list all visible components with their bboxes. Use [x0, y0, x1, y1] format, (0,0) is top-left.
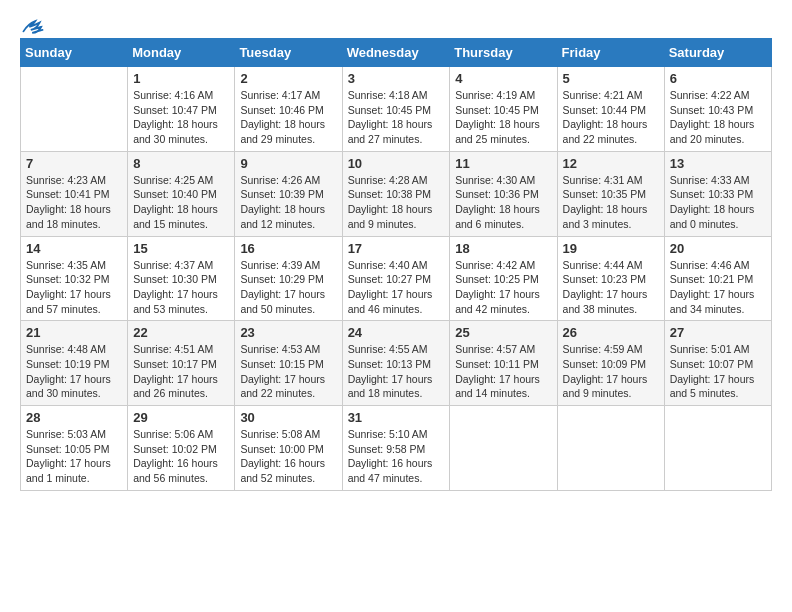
day-number: 9 — [240, 156, 336, 171]
calendar-cell: 11Sunrise: 4:30 AMSunset: 10:36 PMDaylig… — [450, 151, 557, 236]
day-number: 2 — [240, 71, 336, 86]
day-info: Sunrise: 4:31 AMSunset: 10:35 PMDaylight… — [563, 173, 659, 232]
calendar-cell: 30Sunrise: 5:08 AMSunset: 10:00 PMDaylig… — [235, 406, 342, 491]
day-number: 23 — [240, 325, 336, 340]
day-number: 17 — [348, 241, 445, 256]
day-info: Sunrise: 4:19 AMSunset: 10:45 PMDaylight… — [455, 88, 551, 147]
calendar-cell: 29Sunrise: 5:06 AMSunset: 10:02 PMDaylig… — [128, 406, 235, 491]
header-tuesday: Tuesday — [235, 39, 342, 67]
day-number: 19 — [563, 241, 659, 256]
day-info: Sunrise: 4:18 AMSunset: 10:45 PMDaylight… — [348, 88, 445, 147]
day-info: Sunrise: 4:23 AMSunset: 10:41 PMDaylight… — [26, 173, 122, 232]
calendar-cell: 17Sunrise: 4:40 AMSunset: 10:27 PMDaylig… — [342, 236, 450, 321]
day-info: Sunrise: 4:33 AMSunset: 10:33 PMDaylight… — [670, 173, 766, 232]
logo-bird-icon — [22, 18, 44, 36]
calendar-cell: 5Sunrise: 4:21 AMSunset: 10:44 PMDayligh… — [557, 67, 664, 152]
day-info: Sunrise: 4:26 AMSunset: 10:39 PMDaylight… — [240, 173, 336, 232]
week-row-2: 14Sunrise: 4:35 AMSunset: 10:32 PMDaylig… — [21, 236, 772, 321]
day-info: Sunrise: 5:10 AMSunset: 9:58 PMDaylight:… — [348, 427, 445, 486]
calendar-cell: 31Sunrise: 5:10 AMSunset: 9:58 PMDayligh… — [342, 406, 450, 491]
week-row-1: 7Sunrise: 4:23 AMSunset: 10:41 PMDayligh… — [21, 151, 772, 236]
calendar-header-row: SundayMondayTuesdayWednesdayThursdayFrid… — [21, 39, 772, 67]
day-info: Sunrise: 4:40 AMSunset: 10:27 PMDaylight… — [348, 258, 445, 317]
day-info: Sunrise: 4:21 AMSunset: 10:44 PMDaylight… — [563, 88, 659, 147]
day-number: 13 — [670, 156, 766, 171]
header — [20, 10, 772, 32]
calendar-cell: 15Sunrise: 4:37 AMSunset: 10:30 PMDaylig… — [128, 236, 235, 321]
day-number: 30 — [240, 410, 336, 425]
day-number: 22 — [133, 325, 229, 340]
day-info: Sunrise: 4:55 AMSunset: 10:13 PMDaylight… — [348, 342, 445, 401]
day-number: 8 — [133, 156, 229, 171]
day-number: 26 — [563, 325, 659, 340]
day-number: 28 — [26, 410, 122, 425]
day-number: 29 — [133, 410, 229, 425]
header-sunday: Sunday — [21, 39, 128, 67]
day-info: Sunrise: 4:30 AMSunset: 10:36 PMDaylight… — [455, 173, 551, 232]
day-info: Sunrise: 4:37 AMSunset: 10:30 PMDaylight… — [133, 258, 229, 317]
day-info: Sunrise: 4:28 AMSunset: 10:38 PMDaylight… — [348, 173, 445, 232]
day-info: Sunrise: 5:08 AMSunset: 10:00 PMDaylight… — [240, 427, 336, 486]
day-info: Sunrise: 4:16 AMSunset: 10:47 PMDaylight… — [133, 88, 229, 147]
header-saturday: Saturday — [664, 39, 771, 67]
calendar-cell: 14Sunrise: 4:35 AMSunset: 10:32 PMDaylig… — [21, 236, 128, 321]
header-friday: Friday — [557, 39, 664, 67]
day-number: 24 — [348, 325, 445, 340]
day-info: Sunrise: 4:17 AMSunset: 10:46 PMDaylight… — [240, 88, 336, 147]
calendar-cell: 2Sunrise: 4:17 AMSunset: 10:46 PMDayligh… — [235, 67, 342, 152]
day-info: Sunrise: 4:35 AMSunset: 10:32 PMDaylight… — [26, 258, 122, 317]
calendar-cell: 9Sunrise: 4:26 AMSunset: 10:39 PMDayligh… — [235, 151, 342, 236]
day-number: 25 — [455, 325, 551, 340]
day-number: 21 — [26, 325, 122, 340]
calendar-cell: 27Sunrise: 5:01 AMSunset: 10:07 PMDaylig… — [664, 321, 771, 406]
calendar-table: SundayMondayTuesdayWednesdayThursdayFrid… — [20, 38, 772, 491]
day-number: 3 — [348, 71, 445, 86]
calendar-cell — [21, 67, 128, 152]
header-wednesday: Wednesday — [342, 39, 450, 67]
calendar-cell: 13Sunrise: 4:33 AMSunset: 10:33 PMDaylig… — [664, 151, 771, 236]
day-info: Sunrise: 4:44 AMSunset: 10:23 PMDaylight… — [563, 258, 659, 317]
day-info: Sunrise: 4:48 AMSunset: 10:19 PMDaylight… — [26, 342, 122, 401]
week-row-4: 28Sunrise: 5:03 AMSunset: 10:05 PMDaylig… — [21, 406, 772, 491]
day-info: Sunrise: 5:01 AMSunset: 10:07 PMDaylight… — [670, 342, 766, 401]
day-info: Sunrise: 4:22 AMSunset: 10:43 PMDaylight… — [670, 88, 766, 147]
header-monday: Monday — [128, 39, 235, 67]
calendar-cell: 28Sunrise: 5:03 AMSunset: 10:05 PMDaylig… — [21, 406, 128, 491]
day-info: Sunrise: 4:53 AMSunset: 10:15 PMDaylight… — [240, 342, 336, 401]
calendar-cell: 8Sunrise: 4:25 AMSunset: 10:40 PMDayligh… — [128, 151, 235, 236]
week-row-3: 21Sunrise: 4:48 AMSunset: 10:19 PMDaylig… — [21, 321, 772, 406]
calendar-cell — [557, 406, 664, 491]
day-info: Sunrise: 5:03 AMSunset: 10:05 PMDaylight… — [26, 427, 122, 486]
day-number: 11 — [455, 156, 551, 171]
day-number: 15 — [133, 241, 229, 256]
calendar-cell: 21Sunrise: 4:48 AMSunset: 10:19 PMDaylig… — [21, 321, 128, 406]
calendar-cell: 24Sunrise: 4:55 AMSunset: 10:13 PMDaylig… — [342, 321, 450, 406]
calendar-cell — [450, 406, 557, 491]
day-number: 7 — [26, 156, 122, 171]
calendar-cell: 25Sunrise: 4:57 AMSunset: 10:11 PMDaylig… — [450, 321, 557, 406]
day-number: 14 — [26, 241, 122, 256]
header-thursday: Thursday — [450, 39, 557, 67]
calendar-cell: 4Sunrise: 4:19 AMSunset: 10:45 PMDayligh… — [450, 67, 557, 152]
day-number: 6 — [670, 71, 766, 86]
calendar-cell: 16Sunrise: 4:39 AMSunset: 10:29 PMDaylig… — [235, 236, 342, 321]
day-number: 27 — [670, 325, 766, 340]
logo — [20, 18, 44, 32]
day-number: 5 — [563, 71, 659, 86]
day-number: 12 — [563, 156, 659, 171]
day-info: Sunrise: 5:06 AMSunset: 10:02 PMDaylight… — [133, 427, 229, 486]
day-number: 1 — [133, 71, 229, 86]
calendar-cell: 20Sunrise: 4:46 AMSunset: 10:21 PMDaylig… — [664, 236, 771, 321]
calendar-cell: 3Sunrise: 4:18 AMSunset: 10:45 PMDayligh… — [342, 67, 450, 152]
week-row-0: 1Sunrise: 4:16 AMSunset: 10:47 PMDayligh… — [21, 67, 772, 152]
calendar-cell: 10Sunrise: 4:28 AMSunset: 10:38 PMDaylig… — [342, 151, 450, 236]
day-info: Sunrise: 4:25 AMSunset: 10:40 PMDaylight… — [133, 173, 229, 232]
calendar-cell: 7Sunrise: 4:23 AMSunset: 10:41 PMDayligh… — [21, 151, 128, 236]
day-number: 10 — [348, 156, 445, 171]
calendar-cell: 22Sunrise: 4:51 AMSunset: 10:17 PMDaylig… — [128, 321, 235, 406]
day-info: Sunrise: 4:57 AMSunset: 10:11 PMDaylight… — [455, 342, 551, 401]
calendar-cell: 19Sunrise: 4:44 AMSunset: 10:23 PMDaylig… — [557, 236, 664, 321]
day-info: Sunrise: 4:51 AMSunset: 10:17 PMDaylight… — [133, 342, 229, 401]
day-info: Sunrise: 4:46 AMSunset: 10:21 PMDaylight… — [670, 258, 766, 317]
day-number: 20 — [670, 241, 766, 256]
